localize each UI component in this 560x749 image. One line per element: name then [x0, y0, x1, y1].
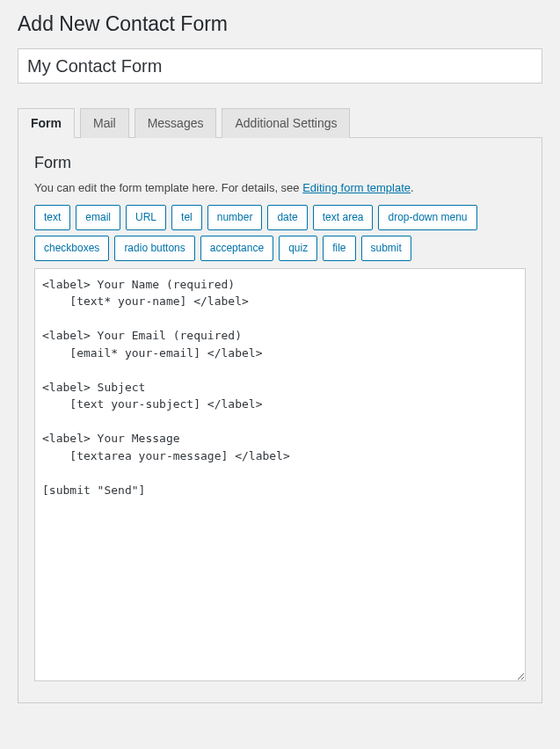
tabs-container: Form Mail Messages Additional Settings F…: [18, 108, 542, 703]
help-suffix: .: [411, 181, 414, 194]
tag-dropdown-button[interactable]: drop-down menu: [378, 205, 476, 230]
page-title: Add New Contact Form: [18, 9, 542, 36]
tag-quiz-button[interactable]: quiz: [279, 236, 317, 261]
tag-date-button[interactable]: date: [267, 205, 307, 230]
tab-messages[interactable]: Messages: [135, 108, 217, 138]
help-prefix: You can edit the form template here. For…: [34, 181, 302, 194]
help-link[interactable]: Editing form template: [302, 181, 411, 194]
form-template-textarea[interactable]: [34, 268, 526, 681]
section-title: Form: [34, 154, 526, 172]
tag-email-button[interactable]: email: [76, 205, 120, 230]
tag-number-button[interactable]: number: [207, 205, 263, 230]
tabs: Form Mail Messages Additional Settings: [18, 108, 542, 138]
tag-submit-button[interactable]: submit: [361, 236, 411, 261]
tag-tel-button[interactable]: tel: [171, 205, 202, 230]
tag-buttons: text email URL tel number date text area…: [34, 205, 526, 261]
help-text: You can edit the form template here. For…: [34, 181, 526, 194]
tag-url-button[interactable]: URL: [126, 205, 166, 230]
tag-checkboxes-button[interactable]: checkboxes: [34, 236, 109, 261]
form-panel: Form You can edit the form template here…: [18, 137, 542, 703]
tag-textarea-button[interactable]: text area: [313, 205, 374, 230]
tab-form[interactable]: Form: [18, 108, 75, 138]
tab-additional-settings[interactable]: Additional Settings: [222, 108, 350, 138]
tag-file-button[interactable]: file: [323, 236, 355, 261]
tab-mail[interactable]: Mail: [80, 108, 129, 138]
form-title-input[interactable]: [18, 48, 542, 84]
tag-text-button[interactable]: text: [34, 205, 70, 230]
tag-radio-button[interactable]: radio buttons: [114, 236, 194, 261]
tag-acceptance-button[interactable]: acceptance: [200, 236, 273, 261]
